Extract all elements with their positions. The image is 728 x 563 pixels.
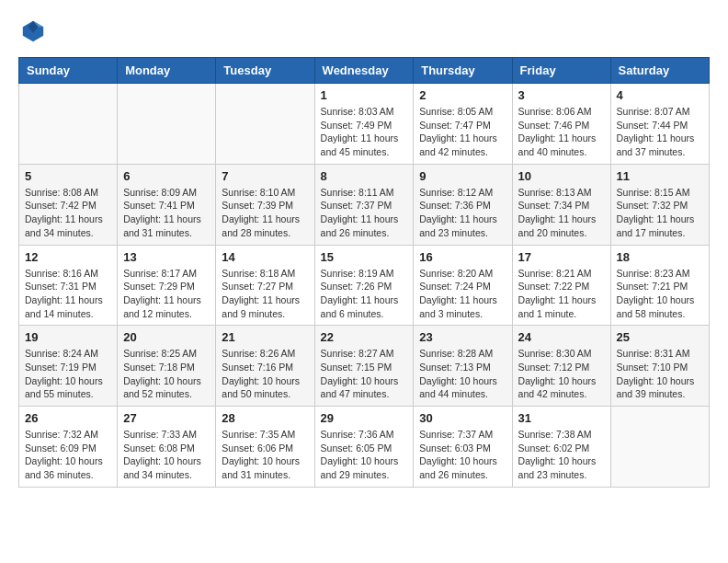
calendar-cell: 19Sunrise: 8:24 AM Sunset: 7:19 PM Dayli… <box>19 326 118 407</box>
day-number: 23 <box>419 330 506 344</box>
day-number: 26 <box>25 411 111 425</box>
day-info: Sunrise: 7:32 AM Sunset: 6:09 PM Dayligh… <box>25 428 111 482</box>
day-info: Sunrise: 8:30 AM Sunset: 7:12 PM Dayligh… <box>518 347 605 401</box>
calendar-week-4: 19Sunrise: 8:24 AM Sunset: 7:19 PM Dayli… <box>19 326 710 407</box>
day-number: 11 <box>617 169 703 183</box>
calendar-cell: 18Sunrise: 8:23 AM Sunset: 7:21 PM Dayli… <box>610 245 709 326</box>
calendar-cell: 27Sunrise: 7:33 AM Sunset: 6:08 PM Dayli… <box>118 407 216 488</box>
day-info: Sunrise: 8:27 AM Sunset: 7:15 PM Dayligh… <box>321 347 408 401</box>
calendar-cell: 22Sunrise: 8:27 AM Sunset: 7:15 PM Dayli… <box>314 326 414 407</box>
calendar-cell: 5Sunrise: 8:08 AM Sunset: 7:42 PM Daylig… <box>19 164 118 245</box>
calendar-cell <box>118 84 216 165</box>
day-info: Sunrise: 8:24 AM Sunset: 7:19 PM Dayligh… <box>25 347 111 401</box>
calendar-week-5: 26Sunrise: 7:32 AM Sunset: 6:09 PM Dayli… <box>19 407 710 488</box>
day-number: 1 <box>321 88 408 102</box>
day-number: 21 <box>222 330 308 344</box>
day-info: Sunrise: 8:05 AM Sunset: 7:47 PM Dayligh… <box>419 105 506 159</box>
weekday-wednesday: Wednesday <box>314 58 414 84</box>
calendar-cell: 14Sunrise: 8:18 AM Sunset: 7:27 PM Dayli… <box>216 245 314 326</box>
calendar-week-2: 5Sunrise: 8:08 AM Sunset: 7:42 PM Daylig… <box>19 164 710 245</box>
day-info: Sunrise: 7:33 AM Sunset: 6:08 PM Dayligh… <box>123 428 210 482</box>
day-number: 22 <box>321 330 408 344</box>
day-number: 28 <box>222 411 308 425</box>
calendar-cell: 16Sunrise: 8:20 AM Sunset: 7:24 PM Dayli… <box>414 245 512 326</box>
calendar-cell: 15Sunrise: 8:19 AM Sunset: 7:26 PM Dayli… <box>314 245 414 326</box>
calendar-body: 1Sunrise: 8:03 AM Sunset: 7:49 PM Daylig… <box>19 84 710 488</box>
calendar-cell: 1Sunrise: 8:03 AM Sunset: 7:49 PM Daylig… <box>314 84 414 165</box>
calendar-cell: 11Sunrise: 8:15 AM Sunset: 7:32 PM Dayli… <box>610 164 709 245</box>
calendar-cell: 9Sunrise: 8:12 AM Sunset: 7:36 PM Daylig… <box>414 164 512 245</box>
calendar-cell <box>610 407 709 488</box>
weekday-header-row: SundayMondayTuesdayWednesdayThursdayFrid… <box>19 58 710 84</box>
calendar-cell: 10Sunrise: 8:13 AM Sunset: 7:34 PM Dayli… <box>512 164 610 245</box>
day-number: 5 <box>25 169 111 183</box>
weekday-tuesday: Tuesday <box>216 58 314 84</box>
calendar-cell: 20Sunrise: 8:25 AM Sunset: 7:18 PM Dayli… <box>118 326 216 407</box>
calendar-cell: 23Sunrise: 8:28 AM Sunset: 7:13 PM Dayli… <box>414 326 512 407</box>
day-info: Sunrise: 8:15 AM Sunset: 7:32 PM Dayligh… <box>617 186 703 240</box>
calendar-cell: 13Sunrise: 8:17 AM Sunset: 7:29 PM Dayli… <box>118 245 216 326</box>
day-number: 12 <box>25 250 111 264</box>
day-info: Sunrise: 8:25 AM Sunset: 7:18 PM Dayligh… <box>123 347 210 401</box>
day-number: 10 <box>518 169 605 183</box>
weekday-friday: Friday <box>512 58 610 84</box>
day-number: 14 <box>222 250 308 264</box>
calendar-cell: 7Sunrise: 8:10 AM Sunset: 7:39 PM Daylig… <box>216 164 314 245</box>
day-info: Sunrise: 8:10 AM Sunset: 7:39 PM Dayligh… <box>222 186 308 240</box>
day-info: Sunrise: 8:26 AM Sunset: 7:16 PM Dayligh… <box>222 347 308 401</box>
calendar-cell: 17Sunrise: 8:21 AM Sunset: 7:22 PM Dayli… <box>512 245 610 326</box>
day-info: Sunrise: 7:35 AM Sunset: 6:06 PM Dayligh… <box>222 428 308 482</box>
day-info: Sunrise: 8:11 AM Sunset: 7:37 PM Dayligh… <box>321 186 408 240</box>
day-number: 6 <box>123 169 210 183</box>
day-info: Sunrise: 8:06 AM Sunset: 7:46 PM Dayligh… <box>518 105 605 159</box>
calendar-cell: 26Sunrise: 7:32 AM Sunset: 6:09 PM Dayli… <box>19 407 118 488</box>
day-number: 18 <box>617 250 703 264</box>
calendar-cell <box>216 84 314 165</box>
day-number: 16 <box>419 250 506 264</box>
logo <box>18 18 46 48</box>
day-info: Sunrise: 7:38 AM Sunset: 6:02 PM Dayligh… <box>518 428 605 482</box>
day-info: Sunrise: 8:19 AM Sunset: 7:26 PM Dayligh… <box>321 267 408 321</box>
calendar-cell: 24Sunrise: 8:30 AM Sunset: 7:12 PM Dayli… <box>512 326 610 407</box>
calendar-cell: 31Sunrise: 7:38 AM Sunset: 6:02 PM Dayli… <box>512 407 610 488</box>
day-number: 24 <box>518 330 605 344</box>
weekday-monday: Monday <box>118 58 216 84</box>
day-number: 3 <box>518 88 605 102</box>
day-info: Sunrise: 8:31 AM Sunset: 7:10 PM Dayligh… <box>617 347 703 401</box>
day-info: Sunrise: 8:28 AM Sunset: 7:13 PM Dayligh… <box>419 347 506 401</box>
day-number: 29 <box>321 411 408 425</box>
calendar-cell: 3Sunrise: 8:06 AM Sunset: 7:46 PM Daylig… <box>512 84 610 165</box>
day-number: 9 <box>419 169 506 183</box>
day-info: Sunrise: 8:23 AM Sunset: 7:21 PM Dayligh… <box>617 267 703 321</box>
calendar-week-1: 1Sunrise: 8:03 AM Sunset: 7:49 PM Daylig… <box>19 84 710 165</box>
calendar-cell: 25Sunrise: 8:31 AM Sunset: 7:10 PM Dayli… <box>610 326 709 407</box>
day-number: 15 <box>321 250 408 264</box>
calendar-cell <box>19 84 118 165</box>
day-info: Sunrise: 8:18 AM Sunset: 7:27 PM Dayligh… <box>222 267 308 321</box>
page-header <box>18 18 710 48</box>
calendar-table: SundayMondayTuesdayWednesdayThursdayFrid… <box>18 57 710 488</box>
calendar-cell: 28Sunrise: 7:35 AM Sunset: 6:06 PM Dayli… <box>216 407 314 488</box>
calendar-cell: 2Sunrise: 8:05 AM Sunset: 7:47 PM Daylig… <box>414 84 512 165</box>
calendar-cell: 12Sunrise: 8:16 AM Sunset: 7:31 PM Dayli… <box>19 245 118 326</box>
day-number: 19 <box>25 330 111 344</box>
day-number: 7 <box>222 169 308 183</box>
day-info: Sunrise: 8:12 AM Sunset: 7:36 PM Dayligh… <box>419 186 506 240</box>
calendar-week-3: 12Sunrise: 8:16 AM Sunset: 7:31 PM Dayli… <box>19 245 710 326</box>
day-info: Sunrise: 8:17 AM Sunset: 7:29 PM Dayligh… <box>123 267 210 321</box>
calendar-cell: 30Sunrise: 7:37 AM Sunset: 6:03 PM Dayli… <box>414 407 512 488</box>
day-number: 2 <box>419 88 506 102</box>
day-number: 20 <box>123 330 210 344</box>
day-info: Sunrise: 8:13 AM Sunset: 7:34 PM Dayligh… <box>518 186 605 240</box>
day-number: 8 <box>321 169 408 183</box>
day-number: 30 <box>419 411 506 425</box>
day-info: Sunrise: 7:36 AM Sunset: 6:05 PM Dayligh… <box>321 428 408 482</box>
calendar-cell: 8Sunrise: 8:11 AM Sunset: 7:37 PM Daylig… <box>314 164 414 245</box>
day-info: Sunrise: 8:03 AM Sunset: 7:49 PM Dayligh… <box>321 105 408 159</box>
weekday-thursday: Thursday <box>414 58 512 84</box>
logo-icon <box>20 18 46 44</box>
calendar-cell: 6Sunrise: 8:09 AM Sunset: 7:41 PM Daylig… <box>118 164 216 245</box>
day-info: Sunrise: 8:20 AM Sunset: 7:24 PM Dayligh… <box>419 267 506 321</box>
day-info: Sunrise: 8:08 AM Sunset: 7:42 PM Dayligh… <box>25 186 111 240</box>
day-info: Sunrise: 8:07 AM Sunset: 7:44 PM Dayligh… <box>617 105 703 159</box>
